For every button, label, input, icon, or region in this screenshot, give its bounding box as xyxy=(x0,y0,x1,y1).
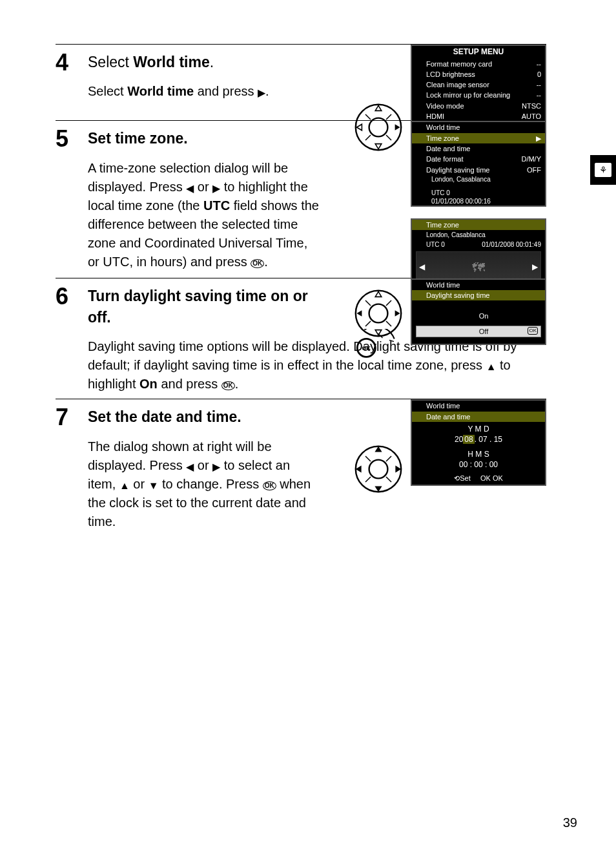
date-row: Y M D 2008. 07 . 15 xyxy=(412,422,545,447)
screen-subtext: 01/01/2008 00:00:16 xyxy=(412,197,545,205)
step-number: 7 xyxy=(56,404,88,530)
screen-subtitle: Date and time xyxy=(412,412,545,422)
right-arrow-icon: ▶ xyxy=(212,461,220,472)
step-body: Select World time and press ▶. xyxy=(88,82,320,101)
step-number: 4 xyxy=(56,50,88,101)
right-arrow-icon: ▶ xyxy=(212,183,220,194)
page-number: 39 xyxy=(563,813,577,832)
svg-line-3 xyxy=(386,114,391,120)
screen-title: SETUP MENU xyxy=(412,46,545,59)
screen-subtext: London, Casablanca xyxy=(412,175,545,183)
step-5: 5 Set time zone. A time-zone selection d… xyxy=(56,126,546,271)
step-7: 7 Set the date and time. The dialog show… xyxy=(56,404,546,530)
worldtime-screen: World time Time zone▶Date and timeDate f… xyxy=(411,121,546,206)
right-arrow-icon: ▶ xyxy=(258,87,265,98)
svg-line-18 xyxy=(365,456,371,461)
svg-line-21 xyxy=(386,477,391,482)
multiselector-all-icon xyxy=(353,443,404,495)
screen-row: London, Casablanca xyxy=(412,230,545,240)
datetime-screen: World time Date and time Y M D 2008. 07 … xyxy=(411,399,546,485)
step-body: A time-zone selection dialog will be dis… xyxy=(88,159,320,271)
svg-line-15 xyxy=(389,340,394,341)
menu-row: Lock mirror up for cleaning-- xyxy=(412,90,545,100)
side-tab: ⚘ xyxy=(590,155,616,185)
svg-line-2 xyxy=(365,114,371,120)
menu-row: LCD brightness0 xyxy=(412,69,545,79)
left-arrow-icon: ◀ xyxy=(186,183,194,194)
dst-screen: World time Daylight saving time On Off O… xyxy=(411,278,546,345)
ok-badge: OK xyxy=(528,327,538,335)
menu-row: Daylight saving timeOFF xyxy=(412,165,545,175)
screen-title: World time xyxy=(412,280,545,290)
svg-text:OK: OK xyxy=(362,345,371,351)
step-number: 5 xyxy=(56,126,88,271)
svg-line-14 xyxy=(378,333,383,338)
step-6: 6 Turn daylight saving time on or off. D… xyxy=(56,284,546,394)
menu-row: Date formatD/M/Y xyxy=(412,154,545,164)
svg-point-16 xyxy=(356,446,401,492)
dst-off-option: Off OK xyxy=(416,326,541,337)
menu-row: Video modeNTSC xyxy=(412,101,545,111)
screen-title: World time xyxy=(412,401,545,411)
up-arrow-icon: ▲ xyxy=(486,361,497,372)
svg-line-20 xyxy=(365,477,371,482)
screen-subtitle: Daylight saving time xyxy=(412,290,545,300)
up-arrow-icon: ▲ xyxy=(119,480,130,491)
svg-line-19 xyxy=(386,456,391,461)
step-heading: Turn daylight saving time on or off. xyxy=(88,286,320,329)
step-number: 6 xyxy=(56,284,88,394)
menu-row: HDMIAUTO xyxy=(412,111,545,121)
screen-subtext: UTC 0 xyxy=(412,189,545,197)
dst-on-option: On xyxy=(412,311,545,321)
multiselector-ok-icon: OK xyxy=(343,329,404,374)
ok-icon: OK xyxy=(251,259,264,268)
menu-row: Clean image sensor-- xyxy=(412,79,545,90)
screen-footer: ⟲Set OK OK xyxy=(412,472,545,484)
menu-row: Format memory card-- xyxy=(412,59,545,69)
time-row: H M S 00 : 00 : 00 xyxy=(412,447,545,472)
menu-row: Time zone▶ xyxy=(412,133,545,143)
down-arrow-icon: ▼ xyxy=(149,480,159,491)
ok-icon: OK xyxy=(263,481,276,490)
left-arrow-icon: ◀ xyxy=(186,461,194,472)
menu-row: Date and time xyxy=(412,143,545,154)
step-body: The dialog shown at right will be displa… xyxy=(88,437,320,531)
screen-title: World time xyxy=(412,122,545,132)
screen-title: Time zone xyxy=(412,220,545,230)
ok-icon: OK xyxy=(221,381,235,390)
svg-point-17 xyxy=(369,460,388,479)
screen-row: UTC 001/01/2008 00:01:49 xyxy=(412,240,545,249)
step-4: 4 Select World time. Select World time a… xyxy=(56,50,546,101)
